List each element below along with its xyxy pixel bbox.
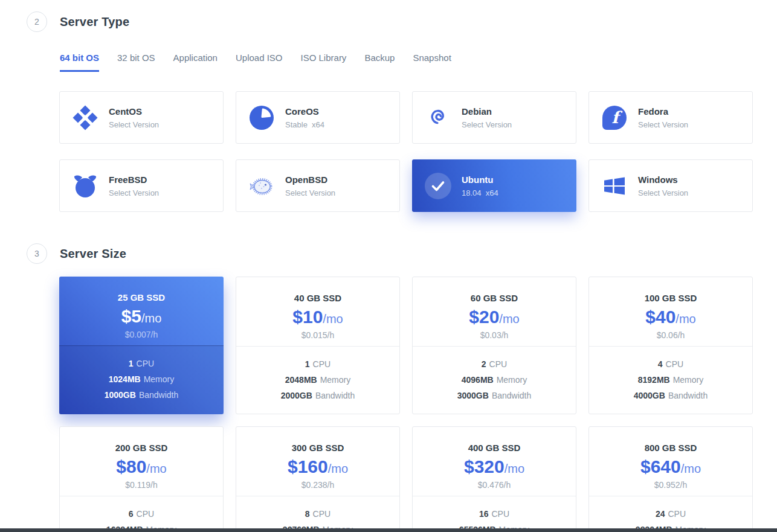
tab-snapshot[interactable]: Snapshot xyxy=(413,53,451,72)
plan-cpu: 8CPU xyxy=(236,510,399,518)
plan-memory-label: Memory xyxy=(673,375,704,385)
plan-price-block: 800 GB SSD$640/mo$0.952/h xyxy=(589,427,752,496)
plan-storage: 100 GB SSD xyxy=(589,293,752,303)
plan-hourly-price: $0.015/h xyxy=(236,330,399,340)
plan-cpu-value: 1 xyxy=(305,359,310,369)
os-card-coreos[interactable]: CoreOSStable x64 xyxy=(236,91,400,144)
plan-bandwidth-label: Bandwidth xyxy=(668,391,708,400)
os-card-ubuntu[interactable]: Ubuntu18.04 x64 xyxy=(412,159,576,212)
os-subtitle: Select Version xyxy=(462,120,512,129)
os-subtitle: Select Version xyxy=(285,188,335,197)
plan-price-block: 100 GB SSD$40/mo$0.06/h xyxy=(589,277,752,347)
plan-cpu-label: CPU xyxy=(492,509,510,519)
plan-memory: 1024MBMemory xyxy=(59,375,224,383)
plan-cpu-label: CPU xyxy=(313,359,331,369)
plan-cpu-label: CPU xyxy=(137,359,155,368)
plan-monthly-price: $320/mo xyxy=(413,458,576,476)
plan-monthly-price: $160/mo xyxy=(236,458,399,476)
tab-upload-iso[interactable]: Upload ISO xyxy=(236,53,283,72)
plan-bandwidth-value: 2000GB xyxy=(281,391,312,400)
plan-specs: 1CPU1024MBMemory1000GBBandwidth xyxy=(59,346,224,414)
plan-card-200-gb-ssd[interactable]: 200 GB SSD$80/mo$0.119/h6CPU16384MBMemor… xyxy=(59,426,224,532)
tab-64-bit-os[interactable]: 64 bit OS xyxy=(60,53,99,72)
plan-hourly-price: $0.476/h xyxy=(413,480,576,490)
plan-price-period: /mo xyxy=(141,312,161,325)
plan-memory-value: 4096MB xyxy=(462,375,494,385)
plan-bandwidth: 2000GBBandwidth xyxy=(236,391,399,400)
plan-price-amount: $80 xyxy=(116,457,146,476)
plan-cpu-value: 6 xyxy=(129,509,134,519)
plan-cpu-value: 24 xyxy=(656,509,665,519)
plan-card-800-gb-ssd[interactable]: 800 GB SSD$640/mo$0.952/h24CPU98304MBMem… xyxy=(588,426,753,532)
plan-cpu: 24CPU xyxy=(589,510,752,518)
plan-bandwidth: 1000GBBandwidth xyxy=(59,391,224,399)
plan-bandwidth-value: 4000GB xyxy=(634,391,665,400)
server-type-header: 2 Server Type xyxy=(27,11,777,32)
tab-iso-library[interactable]: ISO Library xyxy=(301,53,347,72)
plan-memory-value: 8192MB xyxy=(638,375,670,385)
server-type-section: 2 Server Type 64 bit OS32 bit OSApplicat… xyxy=(0,11,777,212)
os-subtitle: Select Version xyxy=(109,120,159,129)
plan-cpu-value: 4 xyxy=(658,359,663,369)
plan-hourly-price: $0.952/h xyxy=(589,480,752,490)
plan-card-300-gb-ssd[interactable]: 300 GB SSD$160/mo$0.238/h8CPU32768MBMemo… xyxy=(236,426,400,532)
plan-cpu: 1CPU xyxy=(236,360,399,368)
plan-price-period: /mo xyxy=(505,462,524,475)
plan-price-block: 40 GB SSD$10/mo$0.015/h xyxy=(236,277,399,347)
os-name: Windows xyxy=(638,175,688,185)
plan-price-period: /mo xyxy=(499,312,519,325)
plan-hourly-price: $0.007/h xyxy=(59,330,224,339)
plan-price-amount: $10 xyxy=(292,307,323,327)
tab-backup[interactable]: Backup xyxy=(364,53,395,72)
plan-price-block: 400 GB SSD$320/mo$0.476/h xyxy=(413,427,576,496)
os-card-text: Ubuntu18.04 x64 xyxy=(462,175,498,197)
plan-card-40-gb-ssd[interactable]: 40 GB SSD$10/mo$0.015/h1CPU2048MBMemory2… xyxy=(236,277,400,414)
os-card-windows[interactable]: WindowsSelect Version xyxy=(588,159,753,212)
os-card-openbsd[interactable]: OpenBSDSelect Version xyxy=(236,159,400,212)
plan-price-period: /mo xyxy=(323,312,343,325)
plan-card-400-gb-ssd[interactable]: 400 GB SSD$320/mo$0.476/h16CPU65536MBMem… xyxy=(412,426,576,532)
plan-cpu-label: CPU xyxy=(137,509,155,519)
plan-bandwidth: 3000GBBandwidth xyxy=(413,391,576,400)
plan-price-period: /mo xyxy=(675,312,695,325)
plan-price-block: 25 GB SSD$5/mo$0.007/h xyxy=(59,277,224,346)
plan-storage: 300 GB SSD xyxy=(236,443,399,453)
freebsd-icon xyxy=(72,173,98,199)
os-options-grid: CentOSSelect Version CoreOSStable x64 De… xyxy=(59,91,777,212)
plan-price-period: /mo xyxy=(681,462,701,475)
plan-monthly-price: $80/mo xyxy=(60,458,223,476)
server-size-grid: 25 GB SSD$5/mo$0.007/h1CPU1024MBMemory10… xyxy=(59,277,777,532)
plan-card-100-gb-ssd[interactable]: 100 GB SSD$40/mo$0.06/h4CPU8192MBMemory4… xyxy=(588,277,753,414)
tab-application[interactable]: Application xyxy=(173,53,218,72)
check-icon xyxy=(425,173,451,199)
plan-bandwidth: 4000GBBandwidth xyxy=(589,391,752,400)
os-subtitle: Select Version xyxy=(109,188,159,197)
os-card-text: CentOSSelect Version xyxy=(109,106,159,129)
plan-bandwidth-value: 3000GB xyxy=(457,391,489,400)
plan-specs: 1CPU2048MBMemory2000GBBandwidth xyxy=(236,347,399,414)
plan-memory: 2048MBMemory xyxy=(236,376,399,384)
plan-price-amount: $320 xyxy=(464,457,505,476)
plan-specs: 4CPU8192MBMemory4000GBBandwidth xyxy=(589,347,752,414)
plan-specs: 2CPU4096MBMemory3000GBBandwidth xyxy=(413,347,576,414)
plan-bandwidth-label: Bandwidth xyxy=(139,390,178,400)
step-number-badge: 3 xyxy=(27,243,47,264)
plan-specs: 6CPU16384MBMemory xyxy=(60,496,223,532)
os-card-text: FreeBSDSelect Version xyxy=(109,175,159,197)
plan-memory-label: Memory xyxy=(320,375,351,385)
os-card-text: CoreOSStable x64 xyxy=(285,106,324,129)
os-card-freebsd[interactable]: FreeBSDSelect Version xyxy=(59,159,224,212)
os-card-centos[interactable]: CentOSSelect Version xyxy=(59,91,224,144)
os-card-debian[interactable]: DebianSelect Version xyxy=(412,91,576,144)
tab-32-bit-os[interactable]: 32 bit OS xyxy=(117,53,155,72)
os-card-fedora[interactable]: fFedoraSelect Version xyxy=(588,91,753,144)
os-card-text: WindowsSelect Version xyxy=(638,175,688,197)
server-size-section: 3 Server Size 25 GB SSD$5/mo$0.007/h1CPU… xyxy=(0,243,777,532)
page-title: Server Size xyxy=(60,247,126,261)
plan-card-60-gb-ssd[interactable]: 60 GB SSD$20/mo$0.03/h2CPU4096MBMemory30… xyxy=(412,277,576,414)
plan-storage: 25 GB SSD xyxy=(59,292,224,303)
os-subtitle: Select Version xyxy=(638,188,688,197)
plan-price-amount: $40 xyxy=(645,307,675,327)
os-card-text: DebianSelect Version xyxy=(462,106,512,129)
plan-card-25-gb-ssd[interactable]: 25 GB SSD$5/mo$0.007/h1CPU1024MBMemory10… xyxy=(59,277,224,414)
